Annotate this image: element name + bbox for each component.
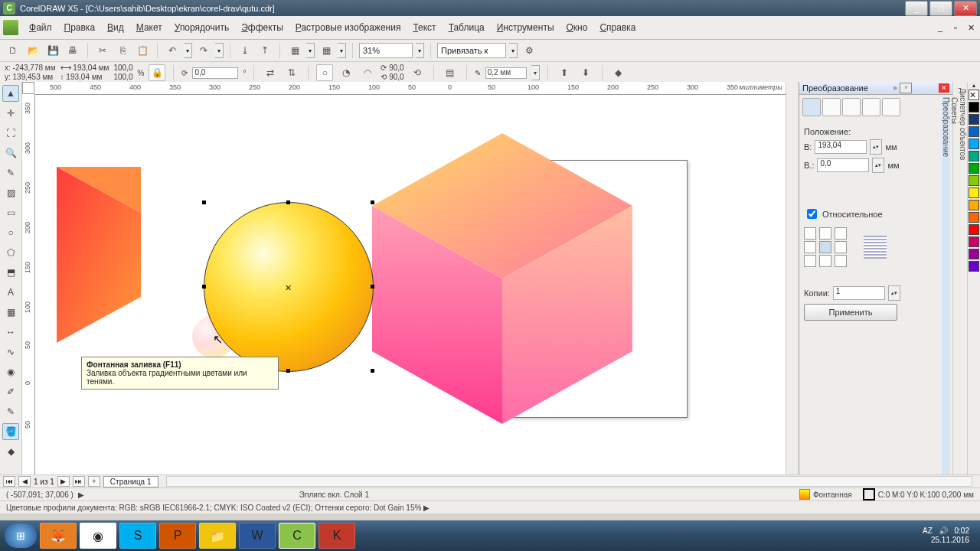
menu-tools[interactable]: Инструменты bbox=[491, 21, 560, 34]
palette-up[interactable]: ▴ bbox=[968, 82, 980, 89]
mdi-max[interactable]: ▫ bbox=[949, 23, 962, 33]
fill-swatch-icon[interactable] bbox=[799, 489, 810, 500]
pick-tool[interactable]: ▲ bbox=[2, 85, 19, 102]
menu-arrange[interactable]: Упорядочить bbox=[168, 21, 235, 34]
zoom-tool[interactable]: 🔍 bbox=[2, 145, 19, 161]
size-w[interactable]: 193,04 мм bbox=[73, 64, 109, 72]
snap-dd[interactable]: ▾ bbox=[509, 43, 518, 58]
app-icon[interactable] bbox=[3, 20, 18, 35]
text-tool[interactable]: A bbox=[2, 284, 19, 301]
maximize-button[interactable]: □ bbox=[929, 1, 952, 16]
angle-a[interactable]: 90,0 bbox=[389, 64, 403, 72]
save-button[interactable]: 💾 bbox=[44, 42, 61, 59]
zoom-input[interactable]: 31% bbox=[359, 43, 413, 58]
page-prev[interactable]: ◀ bbox=[18, 476, 31, 487]
eyedropper-tool[interactable]: ✐ bbox=[2, 383, 19, 400]
mdi-close[interactable]: ✕ bbox=[965, 23, 977, 33]
swatch-dkorange[interactable] bbox=[969, 212, 979, 223]
polygon-tool[interactable]: ⬠ bbox=[2, 244, 19, 261]
apply-button[interactable]: Применить bbox=[804, 304, 897, 321]
basic-shapes-tool[interactable]: ⬒ bbox=[2, 264, 19, 281]
tab-skew[interactable] bbox=[882, 98, 900, 116]
table-tool[interactable]: ▦ bbox=[2, 304, 19, 321]
canvas[interactable]: ✕ ↖ Фонтанная заливка (F11) Заливка объе… bbox=[35, 95, 786, 474]
taskbar-word[interactable]: W bbox=[239, 523, 276, 549]
anchor-sw[interactable] bbox=[804, 255, 816, 267]
taskbar-chrome[interactable]: ◉ bbox=[80, 523, 116, 549]
anchor-s[interactable] bbox=[819, 255, 831, 267]
mirror-h[interactable]: ⇄ bbox=[262, 64, 279, 81]
menu-window[interactable]: Окно bbox=[560, 21, 594, 34]
handle-e[interactable] bbox=[371, 285, 374, 289]
freehand-tool[interactable]: ✎ bbox=[2, 165, 19, 181]
rail-objects[interactable]: Диспетчер объектов bbox=[959, 88, 967, 474]
ellipse-tool[interactable]: ○ bbox=[2, 224, 19, 241]
taskbar-firefox[interactable]: 🦊 bbox=[40, 523, 77, 549]
vertical-scrollbar[interactable] bbox=[786, 82, 799, 474]
page-tab-1[interactable]: Страница 1 bbox=[103, 476, 158, 487]
pos-y[interactable]: 139,453 мм bbox=[13, 73, 54, 81]
docker-max[interactable]: ▫ bbox=[900, 83, 912, 93]
shape-tool[interactable]: ✛ bbox=[2, 105, 19, 122]
scale-x[interactable]: 100,0 bbox=[113, 64, 132, 72]
ruler-vertical[interactable]: 350 300 250 200 150 100 50 0 50 bbox=[22, 95, 35, 474]
convert-curves[interactable]: ◆ bbox=[610, 64, 627, 81]
swatch-cyan[interactable] bbox=[969, 139, 979, 149]
swatch-none[interactable]: ✕ bbox=[969, 90, 979, 100]
swatch-lime[interactable] bbox=[969, 175, 979, 186]
anchor-nw[interactable] bbox=[804, 227, 816, 240]
page-add[interactable]: + bbox=[88, 476, 100, 487]
handle-s[interactable] bbox=[286, 369, 290, 373]
size-h[interactable]: 193,04 мм bbox=[66, 73, 102, 81]
horizontal-scrollbar[interactable] bbox=[166, 476, 972, 487]
cut-button[interactable]: ✂ bbox=[94, 42, 111, 59]
fill-tool[interactable]: 🪣 bbox=[2, 423, 19, 440]
menu-table[interactable]: Таблица bbox=[443, 21, 491, 34]
anchor-ne[interactable] bbox=[835, 227, 847, 240]
ruler-horizontal[interactable]: 500 450 400 350 300 250 200 150 100 50 0… bbox=[34, 82, 786, 95]
zoom-dd[interactable]: ▾ bbox=[416, 43, 424, 58]
outline-tool[interactable]: ✎ bbox=[2, 403, 19, 420]
open-button[interactable]: 📂 bbox=[24, 42, 41, 59]
field-v-input[interactable]: 0,0 bbox=[817, 158, 869, 172]
taskbar-kaspersky[interactable]: K bbox=[318, 523, 355, 549]
rail-hints[interactable]: Советы bbox=[950, 97, 959, 474]
handle-nw[interactable] bbox=[202, 201, 206, 204]
page-first[interactable]: ⏮ bbox=[3, 476, 15, 487]
tab-position[interactable] bbox=[802, 98, 821, 116]
swatch-blue[interactable] bbox=[969, 126, 979, 137]
menu-edit[interactable]: Правка bbox=[58, 21, 102, 34]
spin-h[interactable]: ▴▾ bbox=[870, 139, 882, 155]
print-button[interactable]: 🖶 bbox=[64, 42, 81, 59]
paste-button[interactable]: 📋 bbox=[134, 42, 151, 59]
blend-tool[interactable]: ◉ bbox=[2, 364, 19, 380]
rail-transform[interactable]: Преобразование bbox=[942, 97, 950, 474]
mirror-v[interactable]: ⇅ bbox=[283, 64, 300, 81]
handle-ne[interactable] bbox=[371, 201, 374, 204]
to-front[interactable]: ⬆ bbox=[556, 64, 573, 81]
dimension-tool[interactable]: ↔ bbox=[2, 324, 19, 341]
handle-se[interactable] bbox=[371, 369, 374, 373]
anchor-w[interactable] bbox=[804, 241, 816, 253]
scale-y[interactable]: 100,0 bbox=[113, 73, 132, 81]
tab-rotate[interactable] bbox=[822, 98, 841, 116]
outline-swatch-icon[interactable] bbox=[863, 488, 875, 500]
app-launcher[interactable]: ▦ bbox=[318, 42, 335, 59]
spin-copies[interactable]: ▴▾ bbox=[888, 285, 900, 301]
status-arrow[interactable]: ▶ bbox=[78, 491, 84, 499]
taskbar-explorer[interactable]: 📁 bbox=[199, 523, 236, 549]
page-last[interactable]: ⏭ bbox=[73, 476, 85, 487]
anchor-c[interactable] bbox=[819, 241, 831, 253]
import-button[interactable]: ⤓ bbox=[237, 42, 253, 59]
direction-toggle[interactable]: ⟲ bbox=[409, 64, 426, 81]
swatch-magenta[interactable] bbox=[969, 249, 979, 259]
menu-bitmaps[interactable]: Растровые изображения bbox=[289, 21, 407, 34]
swatch-navy[interactable] bbox=[969, 114, 979, 125]
menu-view[interactable]: Вид bbox=[101, 21, 130, 34]
publish-button[interactable]: ▦ bbox=[286, 42, 303, 59]
angle-b[interactable]: 90,0 bbox=[389, 73, 403, 81]
ellipse-mode[interactable]: ○ bbox=[316, 64, 333, 81]
menu-help[interactable]: Справка bbox=[593, 21, 642, 34]
system-tray[interactable]: AZ 🔊 0:02 25.11.2016 bbox=[923, 527, 975, 545]
outline-width[interactable]: 0,2 мм bbox=[485, 67, 527, 79]
